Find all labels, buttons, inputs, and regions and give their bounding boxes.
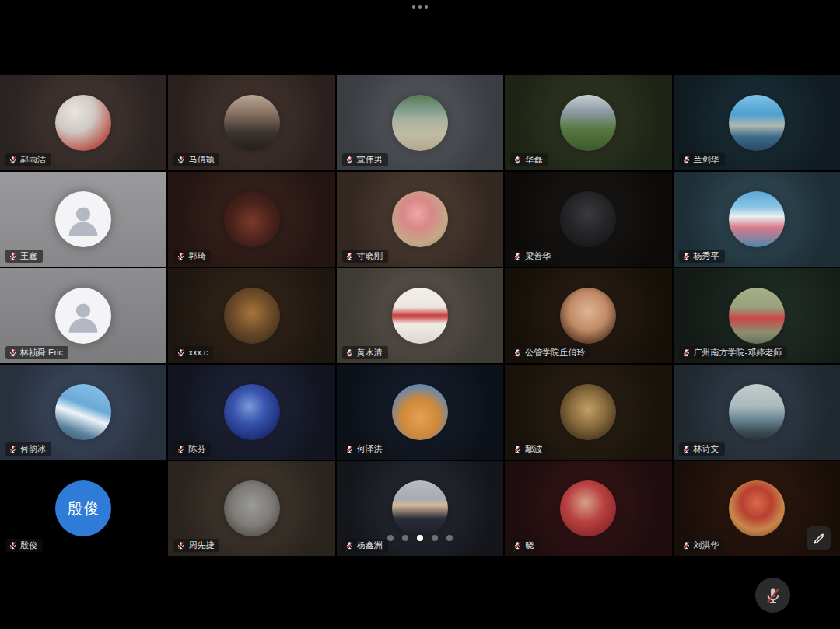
participant-tile[interactable]: 王鑫 (0, 172, 166, 267)
participant-name: 杨鑫洲 (357, 540, 383, 550)
participant-name-label: 马倩颖 (173, 153, 219, 166)
participant-name: 何韵冰 (20, 444, 46, 454)
participant-avatar (560, 480, 616, 536)
participant-avatar (55, 191, 111, 247)
participant-avatar (392, 480, 448, 536)
participant-name-label: 周先捷 (173, 539, 219, 552)
participant-avatar (560, 95, 616, 151)
participant-name: 林诗文 (694, 444, 719, 454)
muted-mic-icon (9, 348, 17, 357)
participant-avatar (224, 95, 280, 151)
avatar-initials: 殷俊 (67, 498, 100, 519)
participant-name: 华磊 (525, 155, 542, 165)
participant-avatar (55, 288, 111, 344)
participant-tile[interactable]: 公管学院丘俏玲 (505, 268, 671, 363)
muted-mic-icon (9, 252, 17, 260)
participant-tile[interactable]: 何泽洪 (337, 365, 503, 460)
page-dot[interactable] (402, 535, 408, 541)
muted-mic-icon (9, 541, 17, 550)
muted-mic-icon (513, 348, 522, 357)
participant-tile[interactable]: 宣伟男 (337, 75, 503, 170)
annotation-pen-button[interactable] (807, 526, 831, 550)
muted-mic-icon (513, 252, 522, 260)
page-dot[interactable] (387, 535, 394, 541)
muted-mic-icon (682, 348, 691, 357)
participant-name: 郭琦 (188, 251, 205, 261)
participant-avatar (224, 384, 280, 440)
participant-name-label: 林诗文 (679, 442, 725, 456)
participant-name: 宣伟男 (357, 155, 383, 165)
participant-name-label: 鄢波 (510, 442, 548, 456)
page-dot[interactable] (432, 535, 438, 541)
participant-avatar (560, 191, 616, 247)
participant-tile[interactable]: 黄水清 (337, 268, 503, 363)
page-dot[interactable] (446, 535, 453, 541)
muted-mic-icon (513, 541, 522, 550)
participant-name-label: 陈芬 (173, 442, 211, 456)
meeting-window: 郝雨洁 马倩颖 (0, 0, 840, 629)
muted-mic-icon (9, 445, 17, 453)
participant-avatar (392, 384, 448, 440)
participant-avatar (224, 480, 280, 536)
participant-tile[interactable]: 鄢波 (505, 365, 671, 460)
participant-tile[interactable]: 周先捷 (168, 461, 334, 556)
participant-name: 杨秀平 (694, 251, 719, 261)
participant-avatar (224, 288, 280, 344)
muted-mic-icon (345, 348, 354, 357)
participant-name-label: 杨鑫洲 (342, 539, 388, 552)
muted-mic-icon (513, 445, 522, 453)
participant-tile[interactable]: 马倩颖 (168, 75, 334, 170)
participant-tile[interactable]: 寸晓刚 (337, 172, 503, 267)
participant-tile[interactable]: 杨鑫洲 (337, 461, 503, 556)
participant-tile[interactable]: 殷俊 殷俊 (0, 461, 166, 556)
participant-avatar (224, 191, 280, 247)
participant-tile[interactable]: 杨秀平 (674, 172, 840, 267)
participant-tile[interactable]: 郝雨洁 (0, 75, 166, 170)
muted-mic-icon (177, 252, 185, 260)
participant-avatar (729, 288, 785, 344)
participant-tile[interactable]: 林祯舜 Eric (0, 268, 166, 363)
participant-avatar (560, 288, 616, 344)
participant-tile[interactable]: 何韵冰 (0, 365, 166, 460)
participant-name: 林祯舜 Eric (20, 348, 63, 358)
participant-name: 广州南方学院-邓婷老师 (694, 348, 782, 358)
muted-mic-icon (513, 156, 522, 164)
muted-mic-icon (9, 156, 17, 164)
mic-mute-button[interactable] (755, 578, 790, 613)
muted-mic-icon (345, 156, 354, 164)
annotation-pen-icon (812, 532, 825, 545)
ellipsis-dot (418, 5, 422, 9)
participant-name: 寸晓刚 (357, 251, 383, 261)
page-dot[interactable] (417, 535, 423, 541)
participant-name: 梁善华 (525, 251, 551, 261)
participant-tile[interactable]: xxx.c (168, 268, 334, 363)
participant-name: 公管学院丘俏玲 (525, 348, 585, 358)
participant-tile[interactable]: 晓 (505, 461, 671, 556)
participant-name: 何泽洪 (357, 444, 383, 454)
participant-grid: 郝雨洁 马倩颖 (0, 75, 840, 556)
participant-avatar (560, 384, 616, 440)
participant-tile[interactable]: 兰剑华 (674, 75, 840, 170)
participant-name: 鄢波 (525, 444, 542, 454)
participant-tile[interactable]: 广州南方学院-邓婷老师 (674, 268, 840, 363)
participant-tile[interactable]: 郭琦 (168, 172, 334, 267)
muted-mic-icon (177, 348, 185, 357)
participant-tile[interactable]: 陈芬 (168, 365, 334, 460)
participant-name: 郝雨洁 (20, 155, 46, 165)
participant-name-label: 王鑫 (5, 250, 43, 263)
participant-name-label: 寸晓刚 (342, 250, 388, 263)
participant-name: 殷俊 (20, 540, 37, 550)
more-options-indicator[interactable] (412, 5, 428, 9)
participant-name-label: 殷俊 (5, 539, 43, 552)
ellipsis-dot (412, 5, 415, 9)
participant-avatar (729, 384, 785, 440)
participant-tile[interactable]: 梁善华 (505, 172, 671, 267)
participant-name-label: 林祯舜 Eric (5, 346, 68, 359)
participant-tile[interactable]: 华磊 (505, 75, 671, 170)
participant-name-label: 广州南方学院-邓婷老师 (679, 346, 788, 359)
participant-tile[interactable]: 林诗文 (674, 365, 840, 460)
page-indicator[interactable] (387, 535, 453, 541)
participant-name: 刘洪华 (694, 540, 719, 550)
muted-mic-icon (177, 541, 185, 550)
participant-name: 兰剑华 (694, 155, 719, 165)
